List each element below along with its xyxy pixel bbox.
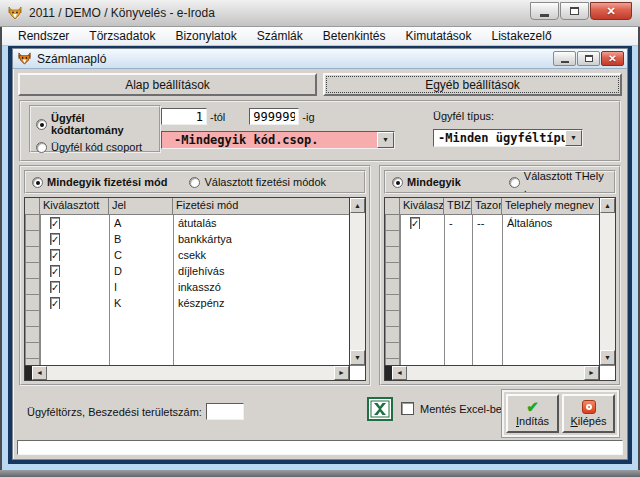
radio-valasztott-fizetesi-modok[interactable]: Választott fizetési módok [189, 176, 326, 188]
payment-row[interactable]: I inkasszó [25, 279, 349, 295]
row-selector-cell[interactable] [385, 263, 400, 279]
row-selector-cell[interactable] [385, 247, 400, 263]
header-kivalaszt: Kiválaszt [400, 198, 444, 214]
scroll-up-icon[interactable]: ▲ [600, 198, 615, 213]
button-label: Indítás [516, 415, 549, 427]
kod-csoport-combobox[interactable]: -Mindegyik kód.csop. ▼ [161, 131, 395, 149]
minimize-button[interactable] [530, 2, 559, 20]
row-selector-cell[interactable] [25, 263, 40, 279]
tab-egyeb-beallitasok[interactable]: Egyéb beállítások [323, 73, 622, 96]
row-selector-cell[interactable] [25, 327, 40, 343]
terulet-input[interactable] [206, 403, 244, 420]
scroll-right-icon[interactable]: ► [334, 366, 349, 380]
row-selector-cell[interactable] [385, 295, 400, 311]
menu-kimutatasok[interactable]: Kimutatások [396, 27, 482, 45]
scrollbar-corner [600, 365, 615, 380]
row-selector-cell[interactable] [25, 295, 40, 311]
header-tazon: Tazon [472, 198, 502, 214]
row-selector-cell[interactable] [385, 359, 400, 365]
radio-valasztott-thely[interactable]: Választott THely . [509, 170, 608, 194]
chevron-down-icon[interactable]: ▼ [377, 132, 394, 148]
grid-filler-row [25, 359, 349, 365]
row-selector-cell[interactable] [25, 359, 40, 365]
menubar: Rendszer Törzsadatok Bizonylatok Számlák… [2, 27, 638, 46]
excel-icon [367, 397, 393, 421]
menu-bizonylatok[interactable]: Bizonylatok [165, 27, 246, 45]
payment-methods-grid: Kiválasztott Jel Fizetési mód [24, 197, 366, 381]
grid-filler-row [385, 247, 599, 263]
payment-row[interactable]: B bankkártya [25, 231, 349, 247]
scrollbar-track[interactable] [600, 213, 615, 350]
scroll-left-icon[interactable]: ◄ [392, 366, 407, 380]
dialog-close-button[interactable]: ✕ [601, 51, 624, 66]
radio-ugyfel-kod-csoport[interactable]: Ügyfél kód csoport [36, 141, 154, 153]
scrollbar-track[interactable] [350, 213, 365, 350]
grid-filler-row [385, 311, 599, 327]
menu-betenkintes[interactable]: Betenkintés [313, 27, 396, 45]
scroll-up-icon[interactable]: ▲ [350, 198, 365, 213]
horizontal-scrollbar[interactable]: ◄ ► [385, 365, 599, 380]
row-selector-cell[interactable] [385, 215, 400, 231]
close-icon: ✕ [606, 5, 615, 18]
row-selector-cell[interactable] [385, 311, 400, 327]
horizontal-scrollbar[interactable]: ◄ ► [25, 365, 349, 380]
dialog-maximize-button[interactable] [577, 51, 600, 66]
row-selector-cell[interactable] [25, 247, 40, 263]
row-checkbox[interactable] [50, 249, 60, 261]
grid-filler-row [385, 295, 599, 311]
scroll-right-icon[interactable]: ► [584, 366, 599, 380]
payment-row[interactable]: D díjlehívás [25, 263, 349, 279]
menu-rendszer[interactable]: Rendszer [8, 27, 79, 45]
radio-mindegyik-fizetesi-mod[interactable]: Mindegyik fizetési mód [32, 176, 167, 188]
payment-row[interactable]: C csekk [25, 247, 349, 263]
row-selector-cell[interactable] [25, 343, 40, 359]
row-checkbox[interactable] [50, 233, 60, 245]
row-selector-cell[interactable] [25, 215, 40, 231]
chevron-down-icon[interactable]: ▼ [565, 130, 582, 146]
scroll-down-icon[interactable]: ▼ [600, 350, 615, 365]
row-checkbox[interactable] [50, 297, 60, 309]
menu-torzsadatok[interactable]: Törzsadatok [79, 27, 165, 45]
menu-szamlak[interactable]: Számlák [247, 27, 313, 45]
cell-jel: K [109, 297, 173, 309]
radio-label: Választott fizetési módok [204, 176, 326, 188]
row-checkbox[interactable] [50, 281, 60, 293]
row-checkbox[interactable] [50, 217, 60, 229]
payment-row[interactable]: K készpénz [25, 295, 349, 311]
row-checkbox[interactable] [410, 217, 420, 229]
row-selector-cell[interactable] [25, 279, 40, 295]
scroll-left-icon[interactable]: ◄ [32, 366, 47, 380]
radio-mindegyik-telephely[interactable]: Mindegyik [392, 176, 461, 188]
inditas-button[interactable]: ✔ Indítás [506, 394, 559, 433]
payment-row[interactable]: A átutalás [25, 215, 349, 231]
row-selector-cell[interactable] [385, 231, 400, 247]
row-selector-cell[interactable] [385, 327, 400, 343]
code-from-input[interactable] [161, 108, 207, 125]
row-selector-cell[interactable] [25, 231, 40, 247]
vertical-scrollbar[interactable]: ▲ ▼ [599, 198, 615, 380]
radio-label: Mindegyik [407, 176, 461, 188]
excel-checkbox[interactable] [401, 402, 414, 415]
site-row[interactable]: - -- Általános [385, 215, 599, 231]
row-checkbox[interactable] [50, 265, 60, 277]
mdi-client-area: Számlanapló ✕ Alap beállítások Egyéb beá… [2, 46, 638, 470]
row-selector-cell[interactable] [385, 279, 400, 295]
scroll-down-icon[interactable]: ▼ [350, 350, 365, 365]
dialog-minimize-button[interactable] [553, 51, 576, 66]
scrollbar-track[interactable] [407, 366, 584, 380]
vertical-scrollbar[interactable]: ▲ ▼ [349, 198, 365, 380]
header-kivalasztott: Kiválasztott [40, 198, 109, 214]
close-button[interactable]: ✕ [590, 2, 632, 20]
kilepes-button[interactable]: Kilépés [562, 394, 615, 433]
code-to-input[interactable] [249, 108, 299, 125]
radio-ugyfel-kodtartomany[interactable]: Ügyfél kódtartomány [36, 112, 154, 136]
grid-filler-row [385, 263, 599, 279]
row-selector-cell[interactable] [385, 343, 400, 359]
tab-alap-beallitasok[interactable]: Alap beállítások [18, 73, 317, 96]
grid-filler-row [385, 343, 599, 359]
scrollbar-track[interactable] [47, 366, 334, 380]
row-selector-cell[interactable] [25, 311, 40, 327]
menu-listakezelo[interactable]: Listakezelő [482, 27, 562, 45]
maximize-button[interactable] [560, 2, 589, 20]
ugyfel-tipus-combobox[interactable]: -Minden ügyféltípus ▼ [433, 129, 583, 147]
